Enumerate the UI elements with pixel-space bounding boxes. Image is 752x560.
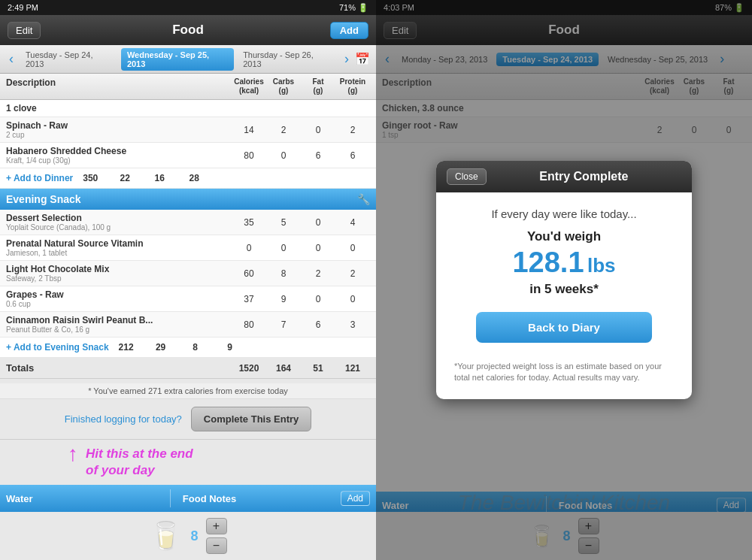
wrench-icon: 🔧 (357, 193, 370, 205)
modal-weight-unit: lbs (587, 254, 616, 277)
left-date-tue[interactable]: Tuesday - Sep 24, 2013 (20, 48, 118, 71)
left-th-description: Description (6, 77, 232, 95)
water-minus-button[interactable]: − (206, 537, 227, 554)
complete-entry-button[interactable]: Complete This Entry (191, 407, 311, 431)
modal-disclaimer: *Your projected weight loss is an estima… (454, 361, 674, 384)
left-time: 2:49 PM (8, 3, 38, 12)
left-battery: 71% 🔋 (339, 3, 368, 13)
left-water-section: 🥛 8 + − (0, 512, 376, 560)
left-add-button[interactable]: Add (330, 22, 368, 39)
evening-snack-add-row[interactable]: + Add to Evening Snack 212 29 8 9 (0, 338, 376, 358)
left-status-bar: 2:49 PM 71% 🔋 (0, 0, 376, 15)
table-row[interactable]: Prenatal Natural Source Vitamin Jamieson… (0, 235, 376, 261)
food-notes-add-button[interactable]: Add (341, 491, 370, 506)
left-food-table: 1 clove Spinach - Raw 2 cup 14 2 0 2 Hab… (0, 100, 376, 383)
annotation-arrow: ↑ (68, 442, 78, 466)
table-row[interactable]: Spinach - Raw 2 cup 14 2 0 2 (0, 117, 376, 143)
modal-overlay: Close Entry Complete If every day were l… (376, 0, 752, 560)
left-th-carbs: Carbs(g) (266, 77, 301, 95)
modal-weight-display: 128.1 lbs (454, 247, 674, 279)
table-row[interactable]: Dessert Selection Yoplait Source (Canada… (0, 210, 376, 235)
left-bottom-bar: Water Food Notes Add (0, 485, 376, 512)
water-glass-icon: 🥛 (149, 520, 183, 552)
left-toolbar: Edit Food Add (0, 15, 376, 45)
water-bar-label: Water (6, 493, 33, 504)
table-row[interactable]: Grapes - Raw 0.6 cup 37 9 0 0 (0, 286, 376, 312)
entry-complete-modal: Close Entry Complete If every day were l… (436, 161, 692, 399)
left-th-fat: Fat(g) (301, 77, 335, 95)
table-row[interactable]: Light Hot Chocolate Mix Safeway, 2 Tbsp … (0, 261, 376, 286)
water-controls: + − (206, 518, 227, 554)
modal-close-button[interactable]: Close (447, 168, 487, 185)
left-date-thu[interactable]: Thursday - Sep 26, 2013 (237, 48, 338, 71)
left-date-prev-arrow[interactable]: ‹ (6, 51, 17, 67)
bottom-bar-divider (170, 489, 171, 507)
annotation-area: ↑ Hit this at the endof your day (0, 440, 376, 485)
left-th-calories: Calories(kcal) (232, 77, 266, 95)
exercise-note: * You've earned 271 extra calories from … (0, 383, 376, 399)
right-panel: 4:03 PM 87% 🔋 Edit Food ‹ Monday - Sep 2… (376, 0, 752, 560)
water-bar-section: Water (6, 493, 158, 504)
totals-row: Totals 1520 164 51 121 (0, 358, 376, 379)
add-to-evening-snack-link[interactable]: + Add to Evening Snack (6, 342, 109, 353)
left-th-protein: Protein(g) (335, 77, 370, 95)
left-panel: 2:49 PM 71% 🔋 Edit Food Add ‹ Tuesday - … (0, 0, 376, 560)
left-edit-button[interactable]: Edit (8, 22, 41, 39)
modal-header: Close Entry Complete (436, 161, 692, 192)
add-to-dinner-link[interactable]: + Add to Dinner (6, 173, 73, 183)
modal-back-to-diary-button[interactable]: Back to Diary (476, 312, 652, 343)
finished-text: Finished logging for today? (65, 413, 182, 425)
modal-weight-label: You'd weigh (454, 229, 674, 244)
left-table-header: Description Calories(kcal) Carbs(g) Fat(… (0, 74, 376, 100)
left-calendar-icon[interactable]: 📅 (355, 52, 370, 66)
modal-title: Entry Complete (487, 170, 681, 183)
food-notes-bar-section: Food Notes (183, 493, 335, 504)
table-row[interactable]: Cinnamon Raisin Swirl Peanut B... Peanut… (0, 312, 376, 338)
evening-snack-title: Evening Snack (6, 193, 357, 205)
food-notes-bar-label: Food Notes (183, 493, 237, 504)
left-date-nav: ‹ Tuesday - Sep 24, 2013 Wednesday - Sep… (0, 45, 376, 74)
water-plus-button[interactable]: + (206, 518, 227, 534)
table-row[interactable]: 1 clove (0, 100, 376, 117)
complete-entry-section: Finished logging for today? Complete Thi… (0, 399, 376, 440)
modal-timeframe: in 5 weeks* (454, 282, 674, 297)
left-toolbar-title: Food (172, 23, 204, 38)
water-count: 8 (190, 528, 198, 544)
dinner-add-row[interactable]: + Add to Dinner 350 22 16 28 (0, 168, 376, 189)
annotation-text: Hit this at the endof your day (86, 446, 193, 479)
table-row[interactable]: Habanero Shredded Cheese Kraft, 1/4 cup … (0, 143, 376, 168)
left-date-wed[interactable]: Wednesday - Sep 25, 2013 (121, 48, 234, 71)
totals-label: Totals (6, 362, 232, 374)
left-date-next-arrow[interactable]: › (341, 51, 352, 67)
modal-subtitle: If every day were like today... (454, 207, 674, 220)
modal-weight-value: 128.1 (512, 247, 584, 278)
modal-body: If every day were like today... You'd we… (436, 192, 692, 399)
evening-snack-section-header: Evening Snack 🔧 (0, 189, 376, 210)
